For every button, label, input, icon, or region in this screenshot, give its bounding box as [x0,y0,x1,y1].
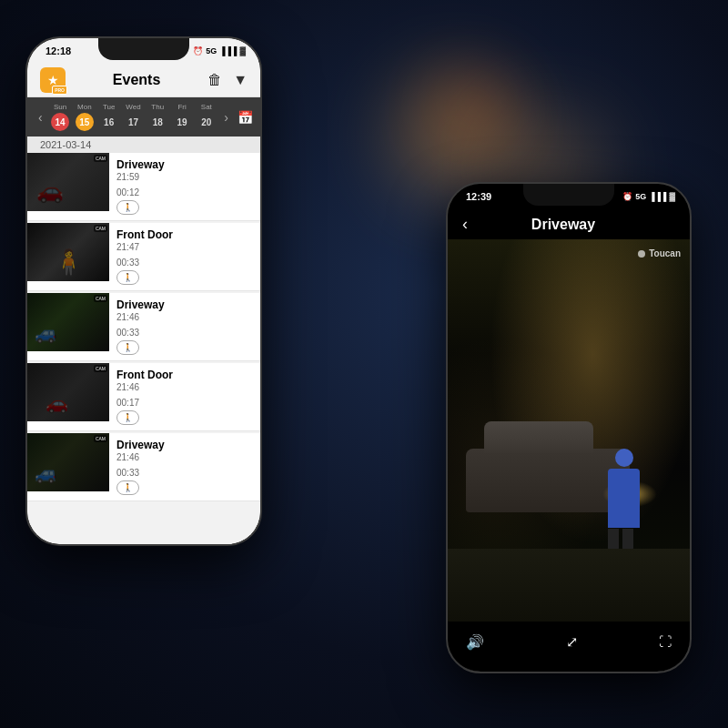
cam-label-2: CAM [94,225,107,232]
time-left: 12:18 [46,46,71,56]
events-title: Events [113,72,160,88]
person-head [615,449,633,467]
event-info-3: Driveway 21:46 00:33 🚶 [109,293,260,360]
calendar-days: Sun 14 Mon 15 Tue 16 Wed 17 Thu 18 [48,103,219,131]
volume-button[interactable]: 🔊 [466,633,484,651]
event-time-1: 21:59 [116,172,253,182]
cam-label-4: CAM [94,365,107,372]
delete-icon[interactable]: 🗑 [207,72,222,88]
phone-right: 12:39 ⏰ 5G ▐▐▐ ▓ ‹ Driveway Toucan [446,182,692,673]
motion-icon-1: 🚶 [123,203,133,212]
cam-label-3: CAM [94,295,107,302]
notch-left [98,38,189,60]
notch-right [523,184,614,206]
event-thumb-2: CAM [27,223,109,281]
signal-icon: 5G [206,46,217,56]
calendar-grid-icon[interactable]: 📅 [238,110,253,125]
signal-bars: ▐▐▐ [219,46,237,56]
video-controls: 🔊 ⤢ ⛶ [448,622,690,662]
cal-day-wed[interactable]: Wed 17 [124,103,142,131]
alarm-icon-right: ⏰ [622,192,632,201]
event-duration-2: 00:33 [116,258,253,268]
event-duration-4: 00:17 [116,398,253,408]
day-name-fri: Fri [177,103,186,111]
screen-right: 12:39 ⏰ 5G ▐▐▐ ▓ ‹ Driveway Toucan [448,184,690,672]
cal-prev-button[interactable]: ‹ [35,108,46,126]
day-num-20: 20 [197,113,216,131]
day-name-thu: Thu [151,103,164,111]
day-num-14: 14 [51,113,69,131]
event-thumb-5: CAM [27,433,109,491]
day-name-sun: Sun [54,103,66,111]
event-time-3: 21:46 [116,312,253,322]
cal-day-sat[interactable]: Sat 20 [197,103,216,131]
battery-icon-right: ▓ [669,192,675,201]
alarm-icon: ⏰ [193,46,203,56]
filter-icon[interactable]: ▼ [233,72,248,88]
event-location-4: Front Door [116,369,253,381]
time-right: 12:39 [466,191,491,202]
event-info-2: Front Door 21:47 00:33 🚶 [109,223,260,290]
header-actions: 🗑 ▼ [207,72,248,88]
event-time-4: 21:46 [116,382,253,392]
cam-label-1: CAM [94,155,107,162]
cal-day-mon[interactable]: Mon 15 [76,103,94,131]
video-watermark: Toucan [637,248,681,258]
event-time-2: 21:47 [116,242,253,252]
day-name-mon: Mon [77,103,92,111]
event-badge-2: 🚶 [116,270,139,285]
cam-label-5: CAM [94,435,107,442]
events-list: CAM Driveway 21:59 00:12 🚶 CAM Front Do [27,153,260,544]
event-badge-5: 🚶 [116,480,139,495]
event-location-3: Driveway [116,298,253,311]
event-item-5[interactable]: CAM Driveway 21:46 00:33 🚶 [27,433,260,501]
event-time-5: 21:46 [116,452,253,462]
day-name-wed: Wed [126,103,140,111]
toucan-logo-icon [637,249,646,258]
event-location-1: Driveway [116,158,253,171]
event-thumb-3: CAM [27,293,109,351]
motion-icon-5: 🚶 [123,483,133,492]
cal-day-tue[interactable]: Tue 16 [100,103,118,131]
day-num-18: 18 [148,113,167,131]
fullscreen-button[interactable]: ⤢ [566,633,578,651]
phone-left: 12:18 ⏰ 5G ▐▐▐ ▓ ★ PRO Events 🗑 ▼ ‹ [25,36,262,546]
bokeh-light-3 [437,73,510,146]
expand-button[interactable]: ⛶ [659,634,672,649]
person-body [608,469,640,528]
event-item-3[interactable]: CAM Driveway 21:46 00:33 🚶 [27,293,260,361]
cal-next-button[interactable]: › [220,108,232,126]
motion-icon-3: 🚶 [123,343,133,352]
calendar-row: ‹ Sun 14 Mon 15 Tue 16 Wed 17 [27,97,260,136]
day-num-19: 19 [173,113,191,131]
event-badge-1: 🚶 [116,200,139,215]
screen-left: 12:18 ⏰ 5G ▐▐▐ ▓ ★ PRO Events 🗑 ▼ ‹ [27,38,260,544]
event-item-2[interactable]: CAM Front Door 21:47 00:33 🚶 [27,223,260,291]
signal-icon-right: 5G [635,192,646,201]
day-name-sat: Sat [201,103,212,111]
back-button[interactable]: ‹ [462,215,468,234]
signal-bars-right: ▐▐▐ [649,192,666,201]
motion-icon-2: 🚶 [123,273,133,282]
cal-day-thu[interactable]: Thu 18 [148,103,167,131]
cal-day-fri[interactable]: Fri 19 [173,103,191,131]
event-item-1[interactable]: CAM Driveway 21:59 00:12 🚶 [27,153,260,221]
battery-icon: ▓ [239,46,246,56]
person-silhouette [603,449,644,549]
cal-day-sun[interactable]: Sun 14 [51,103,69,131]
day-num-17: 17 [124,113,142,131]
status-icons-right: ⏰ 5G ▐▐▐ ▓ [622,192,675,201]
event-duration-1: 00:12 [116,187,253,197]
day-num-15: 15 [76,113,94,131]
video-area[interactable]: Toucan [448,239,690,622]
event-badge-4: 🚶 [116,410,139,425]
pro-badge: PRO [52,86,67,95]
status-icons-left: ⏰ 5G ▐▐▐ ▓ [193,46,246,56]
svg-point-0 [638,250,645,258]
watermark-text: Toucan [649,248,681,258]
event-location-2: Front Door [116,228,253,241]
event-thumb-4: CAM [27,363,109,421]
event-info-5: Driveway 21:46 00:33 🚶 [109,433,260,500]
event-badge-3: 🚶 [116,340,139,355]
event-item-4[interactable]: CAM Front Door 21:46 00:17 🚶 [27,363,260,431]
